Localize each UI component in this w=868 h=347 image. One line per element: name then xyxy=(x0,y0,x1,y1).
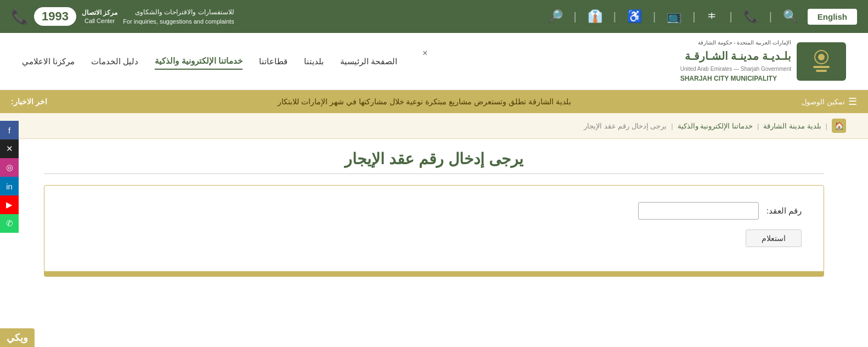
close-ad-button[interactable]: × xyxy=(422,48,427,58)
call-center-english: For inquiries, suggestions and complaint… xyxy=(123,17,234,26)
phone-icon[interactable]: 📞 xyxy=(743,9,758,24)
call-phone-icon: 📞 xyxy=(11,8,29,25)
nav-item-municipality[interactable]: بلديتنا xyxy=(304,54,324,69)
social-x-twitter[interactable]: ✕ xyxy=(0,139,19,158)
nav-item-eservices[interactable]: خدماتنا الإلكترونية والذكية xyxy=(155,53,242,70)
news-bar: ☰ تمكين الوصول بلدية الشارقة تطلق وتستعر… xyxy=(0,90,868,113)
top-bar: English 🔍 | 📞 | ⧧ | 📺 | ♿ | 👔 | 🔎 للاستف… xyxy=(0,0,868,33)
form-box: رقم العقد: استعلام xyxy=(44,185,824,272)
social-facebook[interactable]: f xyxy=(0,121,19,139)
logo-image xyxy=(797,42,846,81)
submit-button[interactable]: استعلام xyxy=(746,230,802,247)
nav-item-services-guide[interactable]: دليل الخدمات xyxy=(91,54,138,69)
svg-point-2 xyxy=(818,54,825,60)
municipality-english: SHARJAH CITY MUNICIPALITY xyxy=(680,74,791,84)
nav-item-sectors[interactable]: قطاعاتنا xyxy=(259,54,288,69)
social-whatsapp[interactable]: ✆ xyxy=(0,214,19,233)
accessibility-settings-icon: ☰ xyxy=(848,96,857,108)
jobs-icon[interactable]: 👔 xyxy=(588,9,602,24)
svg-rect-4 xyxy=(816,70,827,72)
english-button[interactable]: English xyxy=(808,9,857,25)
contract-number-label: رقم العقد: xyxy=(766,206,802,216)
municipality-en-sub: United Arab Emirates — Sharjah Governmen… xyxy=(680,65,791,74)
logo-area: الإمارات العربية المتحدة - حكومة الشارقة… xyxy=(680,38,846,84)
form-bottom-bar xyxy=(44,271,824,277)
social-youtube[interactable]: ▶ xyxy=(0,195,19,214)
title-divider xyxy=(44,174,824,174)
contract-number-input[interactable] xyxy=(638,202,759,220)
call-center-arabic: للاستفسارات والاقتراحات والشكاوى xyxy=(123,7,234,17)
screen-icon[interactable]: 📺 xyxy=(667,9,681,24)
nav-item-home[interactable]: الصفحة الرئيسية xyxy=(340,54,397,69)
zoom-icon[interactable]: 🔎 xyxy=(548,9,563,24)
social-linkedin[interactable]: in xyxy=(0,177,19,195)
page-title: يرجى إدخال رقم عقد الإيجار xyxy=(44,150,824,168)
call-center-number[interactable]: 1993 xyxy=(34,7,76,26)
breadcrumb-home-icon[interactable]: 🏠 xyxy=(832,119,846,133)
social-sidebar: f ✕ ◎ in ▶ ✆ xyxy=(0,121,19,233)
breadcrumb-eservices[interactable]: خدماتنا الإلكترونية والذكية xyxy=(678,122,753,130)
submit-row: استعلام xyxy=(66,227,802,247)
accessibility-icon[interactable]: ♿ xyxy=(627,9,642,24)
breadcrumb-municipality[interactable]: بلدية مدينة الشارقة xyxy=(763,122,821,130)
accessibility-label: تمكين الوصول xyxy=(802,98,845,106)
contract-number-row: رقم العقد: xyxy=(66,202,802,220)
main-content: يرجى إدخال رقم عقد الإيجار رقم العقد: اس… xyxy=(0,139,868,288)
breadcrumb: 🏠 | بلدية مدينة الشارقة | خدماتنا الإلكت… xyxy=(0,113,868,139)
social-instagram[interactable]: ◎ xyxy=(0,158,19,177)
header: الإمارات العربية المتحدة - حكومة الشارقة… xyxy=(0,33,868,90)
main-nav: الصفحة الرئيسية بلديتنا قطاعاتنا خدماتنا… xyxy=(22,53,397,70)
municipality-arabic: بلـديـة مدينـة الشـارقـة xyxy=(680,47,791,65)
top-bar-left: English 🔍 | 📞 | ⧧ | 📺 | ♿ | 👔 | 🔎 xyxy=(548,9,857,25)
news-label: اخر الاخبار: xyxy=(11,97,47,106)
call-center-label-en: Call Center xyxy=(84,18,115,24)
call-center-label-ar: مركز الاتصال xyxy=(82,9,117,16)
logo-text: الإمارات العربية المتحدة - حكومة الشارقة… xyxy=(680,38,791,84)
uae-label: الإمارات العربية المتحدة - حكومة الشارقة xyxy=(680,38,791,47)
nav-item-media[interactable]: مركزنا الاعلامي xyxy=(22,54,75,69)
call-center-box: للاستفسارات والاقتراحات والشكاوى For inq… xyxy=(11,7,234,26)
accessibility-button[interactable]: ☰ تمكين الوصول xyxy=(802,96,857,108)
top-bar-icons: 🔍 | 📞 | ⧧ | 📺 | ♿ | 👔 | 🔎 xyxy=(548,9,798,24)
svg-rect-3 xyxy=(813,66,830,68)
search-icon[interactable]: 🔍 xyxy=(783,9,798,24)
news-text: بلدية الشارقة تطلق وتستعرض مشاريع مبتكرة… xyxy=(47,97,802,106)
breadcrumb-current: يرجى إدخال رقم عقد الإيجار xyxy=(584,122,667,130)
sitemap-icon[interactable]: ⧧ xyxy=(706,9,718,24)
